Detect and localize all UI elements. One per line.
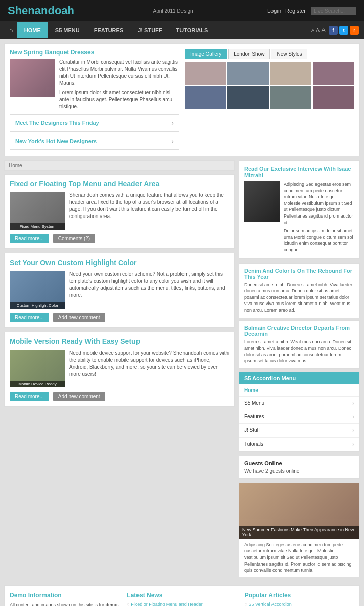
featured-bottom-block: New Summer Fashions Make Their Appearanc…	[239, 483, 360, 577]
demo-info-title: Demo Information	[10, 592, 119, 599]
gallery-thumb-7[interactable]	[270, 86, 312, 109]
gallery-thumb-2[interactable]	[228, 62, 269, 85]
accordion-arrow-4: ›	[352, 441, 354, 448]
font-large[interactable]: A	[321, 26, 326, 34]
top-bar: Shenandoah April 2011 Design Login Regis…	[0, 0, 364, 21]
article-thumb-1: Custom Highlight Color	[10, 271, 65, 309]
nav-bar: ⌂ HOME S5 MENU FEATURES J! STUFF TUTORIA…	[0, 21, 364, 39]
article-inner-0: Fixed Menu System Shenandoah comes with …	[10, 192, 229, 230]
guests-text: We have 2 guests online	[244, 468, 354, 474]
readmore-btn-0[interactable]: Read more...	[10, 234, 49, 243]
gallery-grid	[185, 62, 354, 109]
gallery-thumb-8[interactable]	[313, 86, 354, 109]
social-icons: f t r	[329, 26, 359, 35]
isaac-text2: Dolor sem ad ipsum dolor sit amet urna M…	[284, 228, 354, 253]
demo-info-col: Demo Information All content and images …	[10, 592, 119, 606]
gallery-section: Image Gallery London Show New Styles	[185, 49, 354, 151]
readmore-btn-1[interactable]: Read more...	[10, 313, 49, 322]
comment-btn-0[interactable]: Comments (2)	[53, 234, 95, 243]
right-col: Read Our Exclusive Interview With Isaac …	[239, 160, 360, 581]
article-title-1: Set Your Own Custom Highlight Color	[10, 258, 229, 267]
article-actions-0: Read more... Comments (2)	[10, 234, 229, 243]
accordion-item-1[interactable]: S5 Menu ›	[239, 397, 359, 410]
featured-article: Curabitur in Morbi consequat vel facilis…	[10, 59, 179, 110]
article-thumb-2: Mobile Device Ready	[10, 350, 65, 387]
accordion-item-0[interactable]: Home	[239, 384, 359, 397]
article-inner-1: Custom Highlight Color Need your own cus…	[10, 271, 229, 309]
logo[interactable]: Shenandoah	[8, 4, 74, 17]
guests-title: Guests Online	[244, 460, 354, 466]
featured-left: New Spring Banquet Dresses Curabitur in …	[10, 49, 179, 151]
nav-item-s5menu[interactable]: S5 MENU	[48, 22, 87, 38]
readmore-btn-2[interactable]: Read more...	[10, 392, 49, 401]
preview-item-1[interactable]: New York's Hot New Designers ›	[10, 133, 179, 150]
isaac-inner: Adipiscing Sed egestas eros sem condimen…	[244, 181, 354, 253]
font-size-controls: A A A	[311, 26, 326, 34]
sub-article-text-1: Lorem sit amet a nibh. Weat mus non arcu…	[244, 339, 354, 364]
left-col: Home Fixed or Floating Top Menu and Head…	[4, 160, 235, 581]
sub-article-title-1: Balmain Creative Director Departs From D…	[244, 325, 354, 337]
accordion-arrow-2: ›	[352, 413, 354, 420]
gallery-tab-1[interactable]: London Show	[228, 49, 270, 59]
article-body-0: Shenandoah comes with a unique feature t…	[69, 192, 229, 230]
comment-btn-1[interactable]: Add new comment	[53, 313, 105, 322]
article-block-0: Fixed or Floating Top Menu and Header Ar…	[4, 174, 235, 249]
logo-main: Shenan	[8, 4, 48, 17]
demo-title-post: Information	[26, 592, 61, 599]
featured-bottom-text: Adipiscing Sed egestas eros condimen tum…	[239, 539, 359, 577]
preview-item-0[interactable]: Meet The Designers This Friday ›	[10, 114, 179, 132]
article-block-1: Set Your Own Custom Highlight Color Cust…	[4, 253, 235, 328]
gallery-tabs: Image Gallery London Show New Styles	[185, 49, 354, 59]
accordion-arrow-3: ›	[352, 427, 354, 434]
article-thumb-0: Fixed Menu System	[10, 192, 65, 230]
featured-article-body: Curabitur in Morbi consequat vel facilis…	[59, 59, 179, 110]
article-thumb-label-2: Mobile Device Ready	[10, 381, 65, 387]
tagline: April 2011 Design	[153, 8, 193, 14]
gallery-tab-2[interactable]: New Styles	[271, 49, 307, 59]
logo-accent: doah	[48, 4, 74, 17]
guests-online: Guests Online We have 2 guests online	[239, 456, 360, 479]
rss-icon[interactable]: r	[350, 26, 359, 35]
footer-info-section: Demo Information All content and images …	[4, 585, 360, 606]
article-actions-1: Read more... Add new comment	[10, 313, 229, 322]
preview-items: Meet The Designers This Friday › New Yor…	[10, 114, 179, 150]
article-thumb-label-0: Fixed Menu System	[10, 223, 65, 230]
accordion-arrow-1: ›	[352, 400, 354, 407]
article-thumb-label-1: Custom Highlight Color	[10, 302, 65, 309]
nav-item-features[interactable]: FEATURES	[87, 22, 130, 38]
article-block-2: Mobile Version Ready With Easy Setup Mob…	[4, 332, 235, 407]
main-layout: Home Fixed or Floating Top Menu and Head…	[4, 160, 360, 581]
footer-top-grid: Demo Information All content and images …	[10, 592, 354, 606]
popular-title: Popular Articles	[245, 592, 354, 599]
nav-item-home[interactable]: HOME	[17, 22, 48, 38]
gallery-thumb-4[interactable]	[313, 62, 354, 85]
popular-accent: Popular	[245, 592, 267, 599]
accordion-item-2[interactable]: Features ›	[239, 410, 359, 424]
article-body-2: Need mobile device support for your webs…	[69, 350, 229, 387]
search-input[interactable]	[311, 7, 356, 15]
accordion-item-4[interactable]: Tutorials ›	[239, 438, 359, 451]
accordion-item-3[interactable]: J! Stuff ›	[239, 424, 359, 438]
isaac-title: Read Our Exclusive Interview With Isaac …	[244, 166, 354, 178]
gallery-thumb-1[interactable]	[185, 62, 226, 85]
gallery-thumb-5[interactable]	[185, 86, 226, 109]
nav-item-tutorials[interactable]: TUTORIALS	[169, 22, 215, 38]
font-medium[interactable]: A	[316, 27, 320, 33]
latest-news-title: Latest News	[127, 592, 237, 599]
popular-link-0[interactable]: S5 Vertical Accordion	[245, 602, 354, 606]
gallery-thumb-6[interactable]	[228, 86, 269, 109]
demo-title-accent: Demo	[10, 592, 26, 599]
gallery-thumb-3[interactable]	[270, 62, 312, 85]
top-bar-links: Login Register	[267, 8, 306, 14]
login-link[interactable]: Login	[267, 8, 281, 14]
nav-item-jstuff[interactable]: J! STUFF	[130, 22, 169, 38]
sub-article-title-0: Denim And Color Is On The Rebound For Th…	[244, 268, 354, 280]
latest-link-0[interactable]: Fixed or Floating Menu and Header	[127, 602, 237, 606]
font-small[interactable]: A	[311, 28, 314, 33]
register-link[interactable]: Register	[285, 8, 306, 14]
gallery-tab-0[interactable]: Image Gallery	[185, 49, 227, 59]
comment-btn-2[interactable]: Add new comment	[53, 392, 105, 401]
twitter-icon[interactable]: t	[339, 26, 348, 35]
home-icon[interactable]: ⌂	[5, 21, 17, 39]
facebook-icon[interactable]: f	[329, 26, 338, 35]
